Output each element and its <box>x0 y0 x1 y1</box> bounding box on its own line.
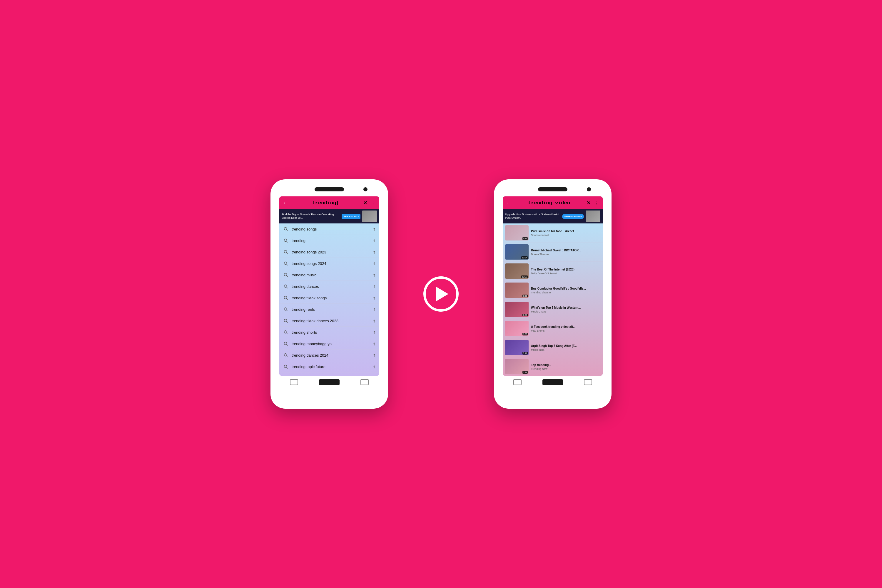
video-item[interactable]: 6:30 What's on Top 5 Music in Western...… <box>503 300 603 319</box>
right-ad-button[interactable]: UPGRADE NOW <box>562 214 584 219</box>
video-item[interactable]: 10:24 Brunet Michael Sweet : DICTATOR...… <box>503 243 603 262</box>
video-item[interactable]: 12:38 The Best Of The Internet (2023) Da… <box>503 262 603 281</box>
video-info: What's on Top 5 Music in Western... Musi… <box>531 306 600 313</box>
search-item[interactable]: trending tiktok dances 2023 ↗ <box>279 315 379 327</box>
left-phone-bottom <box>273 379 385 385</box>
search-item[interactable]: trending reels ↗ <box>279 304 379 315</box>
left-top-actions: ✕ ⋮ <box>363 200 376 206</box>
search-icon <box>283 352 289 358</box>
video-item[interactable]: 5:12 Arpit Singh Top 7 Song After (F... … <box>503 338 603 357</box>
search-item[interactable]: trending songs 2023 ↗ <box>279 246 379 258</box>
video-duration: 0:14 <box>522 237 528 240</box>
search-item[interactable]: trending music ↗ <box>279 269 379 281</box>
search-item-text: trending songs 2024 <box>292 261 372 266</box>
left-search-title[interactable]: trending| <box>288 200 363 206</box>
right-top-bar: ← trending video ✕ ⋮ <box>503 196 603 209</box>
video-duration: 5:12 <box>522 352 528 355</box>
back-icon-right[interactable]: ← <box>506 200 512 206</box>
phone-speaker-right <box>538 187 567 191</box>
search-item-text: trending moneybagg yo <box>292 342 372 346</box>
search-icon <box>283 237 289 243</box>
search-item[interactable]: trending at some point ↗ <box>279 372 379 376</box>
scene: ← trending| ✕ ⋮ Find the Digital Nomads'… <box>0 0 882 588</box>
svg-line-23 <box>286 356 288 357</box>
phone-speaker-left <box>315 187 344 191</box>
nav-recent-right[interactable] <box>584 379 592 385</box>
svg-line-13 <box>286 299 288 300</box>
left-ad-image <box>362 210 377 222</box>
search-item[interactable]: trending shorts ↗ <box>279 327 379 338</box>
video-info: A Facebook trending video aft... Viral S… <box>531 325 600 332</box>
search-item[interactable]: trending songs ↗ <box>279 224 379 235</box>
video-channel: Shorts channel <box>531 234 600 237</box>
left-ad-button[interactable]: SEE RATES > <box>342 214 360 219</box>
video-thumbnail: 10:24 <box>505 244 529 260</box>
nav-home-right[interactable] <box>542 379 563 385</box>
right-ad-text: Upgrade Your Business with a State-of-th… <box>505 213 560 220</box>
search-item[interactable]: trending topic future ↗ <box>279 361 379 372</box>
more-icon-left[interactable]: ⋮ <box>370 200 376 206</box>
video-channel: Trending Now <box>531 368 600 370</box>
video-duration: 12:38 <box>521 276 528 278</box>
video-title: The Best Of The Internet (2023) <box>531 267 600 272</box>
nav-recent-left[interactable] <box>360 379 369 385</box>
play-button[interactable] <box>423 276 459 312</box>
search-item-text: trending songs 2023 <box>292 250 372 254</box>
more-icon-right[interactable]: ⋮ <box>594 200 599 206</box>
svg-line-15 <box>286 310 288 311</box>
video-item[interactable]: 1:05 A Facebook trending video aft... Vi… <box>503 319 603 338</box>
search-item-text: trending dances <box>292 284 372 289</box>
video-item[interactable]: 8:55 Bus Conductor Goodfell's : Goodfell… <box>503 281 603 300</box>
video-duration: 10:24 <box>521 256 528 259</box>
video-channel: Viral Shorts <box>531 329 600 332</box>
left-screen: ← trending| ✕ ⋮ Find the Digital Nomads'… <box>279 196 379 376</box>
right-ad-banner: Upgrade Your Business with a State-of-th… <box>503 209 603 224</box>
right-search-title[interactable]: trending video <box>512 200 586 206</box>
nav-back-left[interactable] <box>290 379 298 385</box>
search-item[interactable]: trending moneybagg yo ↗ <box>279 338 379 350</box>
video-thumbnail: 12:38 <box>505 263 529 279</box>
right-screen: ← trending video ✕ ⋮ Upgrade Your Busine… <box>503 196 603 376</box>
search-icon <box>283 318 289 324</box>
phone-top-right <box>497 185 609 194</box>
video-thumbnail: 8:55 <box>505 282 529 298</box>
left-search-list: trending songs ↗ trending ↗ trending son… <box>279 224 379 376</box>
search-icon <box>283 375 289 376</box>
video-info: Top trending... Trending Now <box>531 363 600 370</box>
video-channel: Drama Theatre <box>531 253 600 256</box>
svg-line-11 <box>286 287 288 288</box>
search-icon <box>283 306 289 312</box>
search-item[interactable]: trending ↗ <box>279 235 379 246</box>
search-icon <box>283 226 289 232</box>
search-icon <box>283 364 289 369</box>
search-item[interactable]: trending dances 2024 ↗ <box>279 350 379 361</box>
video-item[interactable]: 0:14 Pure smile on his face... #react...… <box>503 224 603 243</box>
search-item-text: trending shorts <box>292 330 372 334</box>
video-info: Bus Conductor Goodfell's : Goodfells... … <box>531 286 600 294</box>
nav-home-left[interactable] <box>319 379 340 385</box>
phone-camera-left <box>363 187 368 191</box>
left-ad-text: Find the Digital Nomads' Favorite Cowork… <box>282 213 340 220</box>
video-thumbnail: 3:44 <box>505 359 529 374</box>
close-icon-left[interactable]: ✕ <box>363 200 368 206</box>
video-info: The Best Of The Internet (2023) Daily Do… <box>531 267 600 275</box>
search-item[interactable]: trending songs 2024 ↗ <box>279 258 379 269</box>
search-item[interactable]: trending dances ↗ <box>279 281 379 292</box>
video-title: Brunet Michael Sweet : DICTATOR... <box>531 248 600 252</box>
svg-line-7 <box>286 264 288 266</box>
search-item[interactable]: trending tiktok songs ↗ <box>279 292 379 304</box>
video-channel: Music India <box>531 348 600 351</box>
search-icon <box>283 261 289 266</box>
video-channel: Trending channel <box>531 291 600 294</box>
search-icon <box>283 329 289 335</box>
phone-camera-right <box>587 187 591 191</box>
back-icon-left[interactable]: ← <box>283 200 288 206</box>
svg-line-19 <box>286 333 288 334</box>
svg-line-9 <box>286 276 288 277</box>
left-top-bar: ← trending| ✕ ⋮ <box>279 196 379 209</box>
right-phone-bottom <box>497 379 609 385</box>
close-icon-right[interactable]: ✕ <box>586 200 591 206</box>
video-item[interactable]: 3:44 Top trending... Trending Now <box>503 357 603 376</box>
svg-line-1 <box>286 230 288 231</box>
nav-back-right[interactable] <box>513 379 522 385</box>
